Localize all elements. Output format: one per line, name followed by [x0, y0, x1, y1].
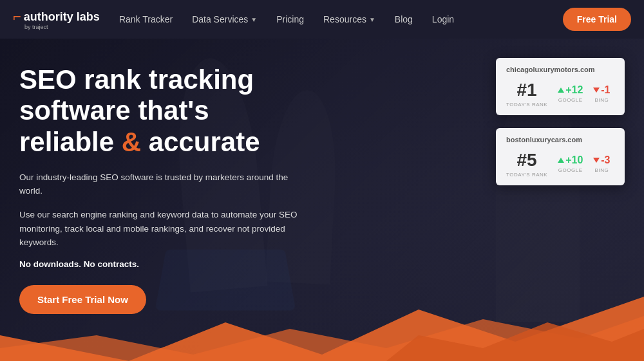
- hero-no-downloads: No downloads. No contracts.: [19, 259, 303, 269]
- rank-card-2-bing: -3 BING: [593, 154, 610, 173]
- hero-section: SEO rank tracking software that's reliab…: [0, 39, 644, 361]
- rank-card-2-domain: bostonluxurycars.com: [506, 136, 614, 143]
- rank-card-1-google-value: +12: [558, 84, 583, 96]
- nav-resources[interactable]: Resources ▼: [323, 14, 375, 24]
- rank-card-2: bostonluxurycars.com #5 TODAY'S RANK +10…: [496, 128, 625, 185]
- hero-sub-text-1: Our industry-leading SEO software is tru…: [19, 171, 290, 198]
- rank-card-1-bing-value: -1: [593, 84, 610, 96]
- rank-card-2-rank-col: #5 TODAY'S RANK: [506, 150, 547, 178]
- up-arrow-icon: [558, 88, 564, 93]
- nav-login[interactable]: Login: [432, 14, 454, 24]
- free-trial-button[interactable]: Free Trial: [563, 8, 631, 31]
- rank-card-2-rank-label: TODAY'S RANK: [506, 172, 547, 178]
- nav-links: Rank Tracker Data Services ▼ Pricing Res…: [119, 14, 563, 24]
- rank-card-2-stats: #5 TODAY'S RANK +10 GOOGLE -3 BING: [506, 150, 614, 178]
- rank-card-1-google-label: GOOGLE: [558, 97, 583, 103]
- rank-card-1-bing: -1 BING: [593, 84, 610, 103]
- hero-headline: SEO rank tracking software that's reliab…: [19, 64, 303, 158]
- logo-bracket: ⌐: [13, 8, 21, 25]
- rank-card-1-rank-label: TODAY'S RANK: [506, 102, 547, 107]
- rank-card-1-rank: #1: [516, 80, 536, 100]
- dropdown-arrow-icon-2: ▼: [369, 16, 375, 23]
- nav-data-services[interactable]: Data Services ▼: [192, 14, 257, 24]
- rank-card-1-google: +12 GOOGLE: [558, 84, 583, 103]
- rank-card-1-bing-label: BING: [595, 97, 609, 103]
- nav-blog[interactable]: Blog: [395, 14, 413, 24]
- rank-card-1: chicagoluxurymotors.com #1 TODAY'S RANK …: [496, 58, 625, 115]
- hero-content: SEO rank tracking software that's reliab…: [0, 39, 322, 333]
- rank-card-2-google-value: +10: [558, 154, 583, 166]
- nav-pricing[interactable]: Pricing: [276, 14, 304, 24]
- rank-cards: chicagoluxurymotors.com #1 TODAY'S RANK …: [496, 58, 625, 185]
- rank-card-1-stats: #1 TODAY'S RANK +12 GOOGLE -1 BING: [506, 80, 614, 107]
- rank-card-2-bing-label: BING: [595, 167, 609, 173]
- up-arrow-icon-2: [558, 158, 564, 163]
- start-free-trial-button[interactable]: Start Free Trial Now: [19, 285, 146, 314]
- rank-card-1-rank-col: #1 TODAY'S RANK: [506, 80, 547, 107]
- rank-card-2-google: +10 GOOGLE: [558, 154, 583, 173]
- navbar: ⌐ authority labs by traject Rank Tracker…: [0, 0, 644, 39]
- down-arrow-icon-2: [593, 158, 600, 163]
- nav-rank-tracker[interactable]: Rank Tracker: [119, 14, 173, 24]
- logo-sub: by traject: [13, 24, 100, 30]
- dropdown-arrow-icon: ▼: [251, 16, 257, 23]
- logo-text: authority labs: [24, 10, 100, 24]
- logo[interactable]: ⌐ authority labs by traject: [13, 8, 100, 30]
- rank-card-2-bing-value: -3: [593, 154, 610, 166]
- rank-card-2-rank: #5: [516, 150, 536, 171]
- rank-card-2-google-label: GOOGLE: [558, 167, 583, 173]
- rank-card-1-domain: chicagoluxurymotors.com: [506, 66, 614, 73]
- down-arrow-icon: [593, 88, 600, 93]
- hero-sub-text-2: Use our search engine ranking and keywor…: [19, 208, 303, 250]
